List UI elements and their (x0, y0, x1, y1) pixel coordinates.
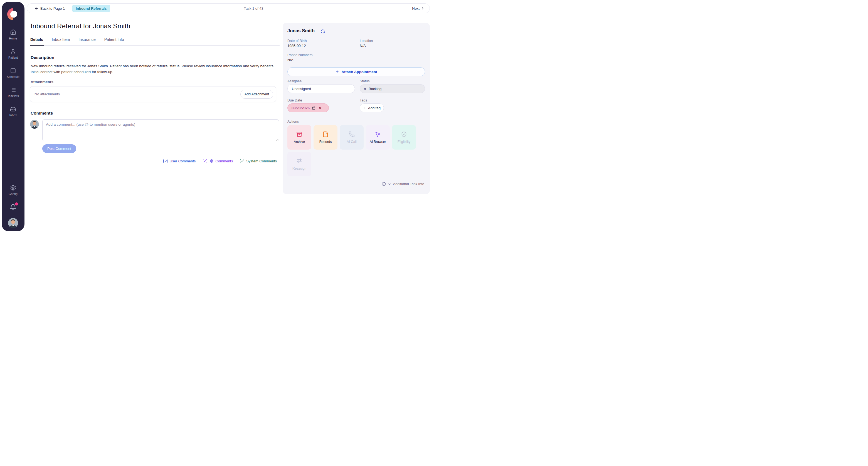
sidebar-item-inbox[interactable]: Inbox (2, 106, 25, 117)
archive-icon (296, 131, 302, 137)
sidebar-item-label: Patient (8, 56, 18, 59)
due-date-field[interactable]: 03/20/2026 (287, 103, 329, 112)
tags-label: Tags (360, 98, 367, 102)
checkbox-checked-icon (203, 159, 207, 163)
assignee-value: Unassigned (292, 87, 311, 91)
attachments-box: No attachments Add Attachment (30, 86, 276, 102)
app-logo (6, 7, 20, 21)
app-root: Home Patient Schedule Tasklists Inbox Co… (0, 0, 434, 233)
tab-patient-info[interactable]: Patient Info (104, 37, 125, 45)
task-counter: Task 1 of 43 (244, 6, 264, 10)
actions-grid: Archive Records AI Call AI Browser Eligi… (287, 125, 425, 176)
sidebar-item-label: Inbox (9, 113, 17, 117)
clear-due-date-icon[interactable] (318, 106, 321, 109)
home-icon (10, 29, 16, 35)
assignee-select[interactable]: Unassigned (287, 84, 355, 93)
tab-insurance[interactable]: Insurance (78, 37, 96, 45)
filter-system-comments[interactable]: System Comments (240, 159, 277, 163)
inbox-icon (10, 106, 16, 112)
filter-ai-comments[interactable]: Comments (203, 159, 233, 163)
refresh-icon[interactable] (320, 29, 325, 34)
additional-task-info-toggle[interactable]: Additional Task Info (382, 182, 425, 186)
patient-name: Jonas Smith (287, 28, 315, 33)
notifications-button[interactable] (2, 203, 25, 211)
sidebar-item-label: Home (9, 37, 17, 40)
actions-heading: Actions (287, 120, 299, 124)
task-side-panel: Jonas Smith Date of Birth 1985-09-12 Loc… (283, 23, 430, 194)
description-heading: Description (31, 55, 54, 60)
comments-heading: Comments (31, 111, 53, 116)
phone-icon (349, 131, 355, 137)
sidebar: Home Patient Schedule Tasklists Inbox Co… (2, 2, 25, 231)
comment-input[interactable] (42, 119, 279, 141)
status-label: Status (360, 79, 369, 83)
reassign-action-button: Reassign (287, 152, 311, 176)
checkbox-checked-icon (163, 159, 167, 163)
post-comment-button[interactable]: Post Comment (42, 144, 76, 153)
records-action-button[interactable]: Records (313, 125, 338, 149)
dob-label: Date of Birth (287, 39, 307, 43)
attachments-heading: Attachments (31, 80, 54, 84)
page-title: Inbound Referral for Jonas Smith (31, 22, 130, 30)
sidebar-item-home[interactable]: Home (2, 29, 25, 40)
back-button[interactable]: Back to Page 1 (34, 6, 65, 10)
sidebar-item-label: Config (9, 192, 18, 196)
location-value: N/A (360, 44, 366, 48)
swap-arrows-icon (296, 158, 302, 164)
attachments-empty-text: No attachments (34, 92, 60, 96)
sidebar-item-tasklists[interactable]: Tasklists (2, 87, 25, 98)
back-arrow-icon (34, 6, 38, 10)
shield-check-icon (401, 131, 407, 137)
user-avatar[interactable] (8, 218, 18, 228)
back-button-label: Back to Page 1 (40, 6, 65, 10)
notification-dot (15, 202, 18, 205)
dob-value: 1985-09-12 (287, 44, 306, 48)
chevron-down-icon (388, 182, 391, 186)
filter-label: System Comments (246, 159, 277, 163)
ai-head-icon (209, 159, 213, 163)
tab-bar: Details Inbox Item Insurance Patient Inf… (30, 37, 280, 45)
add-tag-button[interactable]: Add tag (360, 103, 384, 112)
ai-call-action-button: AI Call (340, 125, 364, 149)
phone-numbers-value: N/A (287, 58, 293, 62)
next-button[interactable]: Next (412, 6, 425, 10)
comment-filters: User Comments Comments System Comments (30, 159, 277, 163)
cursor-icon (375, 131, 381, 137)
attach-appointment-label: Attach Appointment (341, 70, 377, 74)
assignee-label: Assignee (287, 79, 302, 83)
due-date-label: Due Date (287, 98, 302, 102)
archive-action-button[interactable]: Archive (287, 125, 311, 149)
plus-icon (363, 106, 367, 110)
info-icon (382, 182, 386, 186)
attach-appointment-button[interactable]: Attach Appointment (287, 67, 425, 76)
sidebar-item-schedule[interactable]: Schedule (2, 68, 25, 78)
filter-label: User Comments (169, 159, 195, 163)
sidebar-item-label: Schedule (7, 75, 20, 78)
additional-task-info-label: Additional Task Info (393, 182, 425, 186)
next-button-label: Next (412, 6, 420, 10)
tab-inbox-item[interactable]: Inbox Item (51, 37, 70, 45)
file-icon (322, 131, 329, 137)
filter-user-comments[interactable]: User Comments (163, 159, 195, 163)
location-label: Location (360, 39, 373, 43)
tab-details[interactable]: Details (30, 37, 44, 45)
plus-icon (335, 70, 339, 74)
ai-browser-action-button[interactable]: AI Browser (366, 125, 390, 149)
add-tag-label: Add tag (368, 106, 380, 110)
status-dot-icon (364, 88, 366, 90)
patient-icon (10, 48, 16, 55)
sidebar-item-patient[interactable]: Patient (2, 48, 25, 59)
phone-numbers-label: Phone Numbers (287, 53, 312, 57)
eligibility-action-button: Eligibility (392, 125, 416, 149)
queue-badge[interactable]: Inbound Referrals (72, 5, 110, 12)
calendar-small-icon[interactable] (312, 106, 315, 110)
status-value: Backlog (369, 87, 381, 91)
checkbox-checked-icon (240, 159, 244, 163)
due-date-value: 03/20/2026 (291, 106, 310, 110)
chevron-right-icon (421, 6, 425, 10)
sidebar-item-config[interactable]: Config (2, 185, 25, 196)
filter-label: Comments (215, 159, 233, 163)
add-attachment-button[interactable]: Add Attachment (240, 90, 273, 99)
topbar: Back to Page 1 Inbound Referrals Task 1 … (27, 3, 430, 13)
status-select[interactable]: Backlog (360, 84, 425, 93)
